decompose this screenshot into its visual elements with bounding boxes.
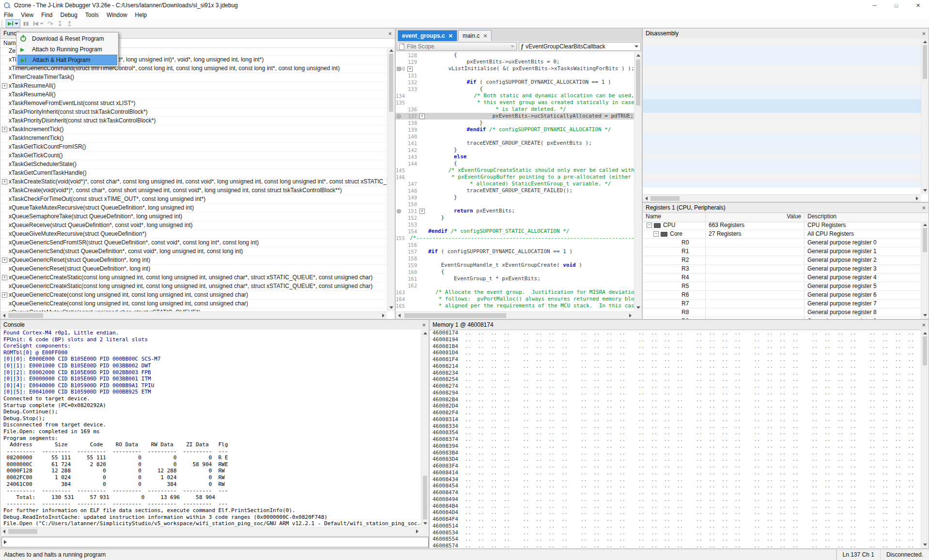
code-line[interactable]: 147 + * allocated) StaticEventGroup_t va… xyxy=(396,181,634,187)
memory-row[interactable]: 46008434.. .. .. .. .. .. .. .. .. .. ..… xyxy=(430,476,921,483)
disassembly-row[interactable]: 0820292ESTRBR3, [R4, #28] xyxy=(643,59,921,65)
code-line[interactable]: 152 + } xyxy=(396,214,634,221)
code-line[interactable]: 130 + vListInitialise( &( pxEventBits->x… xyxy=(396,65,634,72)
code-line[interactable]: 140 + xyxy=(396,133,634,140)
code-line[interactable]: 143 + else xyxy=(396,153,634,160)
code-line[interactable]: 128 + { xyxy=(396,52,634,59)
memory-row[interactable]: 460084F4.. .. .. .. .. .. .. .. .. .. ..… xyxy=(430,516,921,523)
memory-row[interactable]: 46008394.. .. .. .. .. .. .. .. .. .. ..… xyxy=(430,443,921,450)
code-line[interactable]: 155 + /*--------------------------------… xyxy=(396,235,634,242)
code-line[interactable]: 158 + xyxy=(396,255,634,262)
register-value[interactable] xyxy=(706,282,805,290)
menu-item[interactable]: Tools xyxy=(81,11,103,19)
memory-row[interactable]: 460081F4.. .. .. .. .. .. .. .. .. .. ..… xyxy=(430,356,921,363)
expand-plus-icon[interactable]: + xyxy=(2,83,7,89)
expand-plus-icon[interactable]: + xyxy=(2,179,7,184)
code-line[interactable]: 133 + { xyxy=(396,86,634,92)
memory-bytes[interactable]: .. .. .. .. .. .. .. .. .. .. .. .. .. .… xyxy=(465,436,914,442)
disassembly-row[interactable]: xEventGroupCreate xyxy=(643,99,921,106)
memory-bytes[interactable]: .. .. .. .. .. .. .. .. .. .. .. .. .. .… xyxy=(465,356,914,363)
function-row[interactable]: + xTaskGetCurrentTaskHandle() xyxy=(0,169,387,178)
memory-bytes[interactable]: .. .. .. .. .. .. .. .. .. .. .. .. .. .… xyxy=(465,349,914,356)
memory-row[interactable]: 460082B4.. .. .. .. .. .. .. .. .. .. ..… xyxy=(430,396,921,403)
close-button[interactable]: ✕ xyxy=(907,0,929,11)
function-row[interactable]: + xQueueSemaphoreTake(struct QueueDefini… xyxy=(0,212,387,221)
memory-row[interactable]: 460082F4.. .. .. .. .. .. .. .. .. .. ..… xyxy=(430,409,921,416)
console-command-input[interactable] xyxy=(1,537,429,547)
disassembly-row[interactable]: 0820293CMOVR4, R0 xyxy=(643,160,921,167)
disassembly-row[interactable]: EventGroup_t * pxEventBits; xyxy=(643,120,921,126)
register-row[interactable]: − R8 General purpose register 8 xyxy=(643,308,921,317)
step-into-button[interactable]: ↧ xyxy=(56,20,64,28)
disassembly-row[interactable]: 08202938BLpvPortMalloc; 0x0820489C xyxy=(643,147,921,153)
register-value[interactable] xyxy=(706,247,805,256)
code-line[interactable]: 129 + pxEventBits->uxEventBits = 0; xyxy=(396,59,634,65)
memory-bytes[interactable]: .. .. .. .. .. .. .. .. .. .. .. .. .. .… xyxy=(465,376,914,382)
memory-bytes[interactable]: .. .. .. .. .. .. .. .. .. .. .. .. .. .… xyxy=(465,523,914,529)
memory-row[interactable]: 460084B4.. .. .. .. .. .. .. .. .. .. ..… xyxy=(430,503,921,510)
memory-bytes[interactable]: .. .. .. .. .. .. .. .. .. .. .. .. .. .… xyxy=(465,509,914,515)
register-row[interactable]: − R5 General purpose register 5 xyxy=(643,282,921,291)
registers-vscrollbar[interactable] xyxy=(921,221,929,319)
minimize-button[interactable]: ─ xyxy=(864,0,885,11)
code-line[interactable]: 137 + pxEventBits->ucStaticallyAllocated… xyxy=(396,113,634,120)
memory-bytes[interactable]: .. .. .. .. .. .. .. .. .. .. .. .. .. .… xyxy=(465,489,914,496)
function-row[interactable]: + xQueueGenericSend(struct QueueDefiniti… xyxy=(0,247,387,256)
functions-close-icon[interactable]: × xyxy=(388,30,392,37)
function-row[interactable]: + xTaskGetTickCountFromISR() xyxy=(0,143,387,151)
memory-row[interactable]: 46008294.. .. .. .. .. .. .. .. .. .. ..… xyxy=(430,390,921,396)
function-dropdown[interactable]: f vEventGroupClearBitsCallback xyxy=(519,42,641,51)
disassembly-row[interactable]: traceEVENT_GROUP_CREATE( pxEventBits ); xyxy=(643,65,921,72)
tab-event-groups-c[interactable]: event_groups.c ✕ xyxy=(398,30,457,41)
code-line[interactable]: 153 + xyxy=(396,221,634,228)
register-value[interactable] xyxy=(706,308,805,317)
menu-option[interactable]: Download & Reset Program xyxy=(17,33,117,44)
menu-option[interactable]: ▶ Attach to Running Program xyxy=(17,44,117,55)
disassembly-hscrollbar[interactable] xyxy=(643,194,921,202)
memory-row[interactable]: 46008414.. .. .. .. .. .. .. .. .. .. ..… xyxy=(430,469,921,476)
disassembly-row[interactable]: $Thumb xyxy=(643,106,921,113)
disassembly-row[interactable]: pxEventBits->ucStaticallyAllocated = pdT… xyxy=(643,38,921,45)
memory-close-icon[interactable]: × xyxy=(922,322,926,328)
code-line[interactable]: 162 + xyxy=(396,282,634,289)
register-value[interactable] xyxy=(706,300,805,308)
fold-plus-icon[interactable]: + xyxy=(407,66,413,72)
code-line[interactable]: 145 + /* xEventGroupCreateStatic should … xyxy=(396,167,634,174)
register-row[interactable]: − R4 General purpose register 4 xyxy=(643,273,921,282)
step-out-button[interactable]: ↥ xyxy=(65,20,74,28)
step-over-button[interactable]: ↷ xyxy=(46,20,55,28)
register-row[interactable]: − R1 General purpose register 1 xyxy=(643,247,921,256)
memory-bytes[interactable]: .. .. .. .. .. .. .. .. .. .. .. .. .. .… xyxy=(465,536,914,542)
memory-row[interactable]: 460081B4.. .. .. .. .. .. .. .. .. .. ..… xyxy=(430,343,921,350)
memory-bytes[interactable]: .. .. .. .. .. .. .. .. .. .. .. .. .. .… xyxy=(465,483,914,489)
register-value[interactable] xyxy=(706,317,805,319)
function-row[interactable]: + xQueueGenericCreateStatic(const long u… xyxy=(0,282,387,291)
register-row[interactable]: − R9 General purpose register 9 xyxy=(643,317,921,319)
disassembly-row[interactable]: 0820292CMOVR0, R4 xyxy=(643,52,921,59)
function-row[interactable]: + xQueueGenericReset(struct QueueDefinit… xyxy=(0,256,387,265)
register-value[interactable] xyxy=(706,256,805,264)
fold-plus-icon[interactable]: + xyxy=(419,209,425,214)
register-value[interactable]: 27 Registers xyxy=(706,230,805,238)
reset-caret-icon[interactable] xyxy=(40,23,44,25)
disassembly-row[interactable]: 0820293ECBZR0, 0x0820294C; <xEventGroupC… xyxy=(643,167,921,174)
memory-row[interactable]: 46008254.. .. .. .. .. .. .. .. .. .. ..… xyxy=(430,376,921,383)
memory-bytes[interactable]: .. .. .. .. .. .. .. .. .. .. .. .. .. .… xyxy=(465,383,914,389)
menu-item[interactable]: Debug xyxy=(56,11,81,19)
tab-main-c[interactable]: main.c ✕ xyxy=(458,30,492,41)
code-line[interactable]: 159 + EventGroupHandle_t xEventGroupCrea… xyxy=(396,262,634,269)
function-row[interactable]: + xTaskIncrementTick() xyxy=(0,134,387,143)
memory-row[interactable]: 46008354.. .. .. .. .. .. .. .. .. .. ..… xyxy=(430,429,921,436)
expand-plus-icon[interactable]: + xyxy=(2,275,7,280)
function-row[interactable]: + xTaskResumeAll() xyxy=(0,82,387,91)
register-row[interactable]: − R2 General purpose register 2 xyxy=(643,256,921,265)
expand-plus-icon[interactable]: + xyxy=(2,127,7,132)
memory-bytes[interactable]: .. .. .. .. .. .. .. .. .. .. .. .. .. .… xyxy=(465,403,914,409)
memory-bytes[interactable]: .. .. .. .. .. .. .. .. .. .. .. .. .. .… xyxy=(465,469,914,476)
disassembly-row[interactable]: pxEventBits = ( EventGroup_t * ) pvPortM… xyxy=(643,126,921,133)
function-row[interactable]: + xQueueGenericCreate(const long unsigne… xyxy=(0,291,387,300)
code-line[interactable]: 160 + { xyxy=(396,269,634,275)
memory-row[interactable]: 46008334.. .. .. .. .. .. .. .. .. .. ..… xyxy=(430,423,921,430)
code-line[interactable]: 150 + xyxy=(396,201,634,208)
collapse-minus-icon[interactable]: − xyxy=(653,231,659,237)
